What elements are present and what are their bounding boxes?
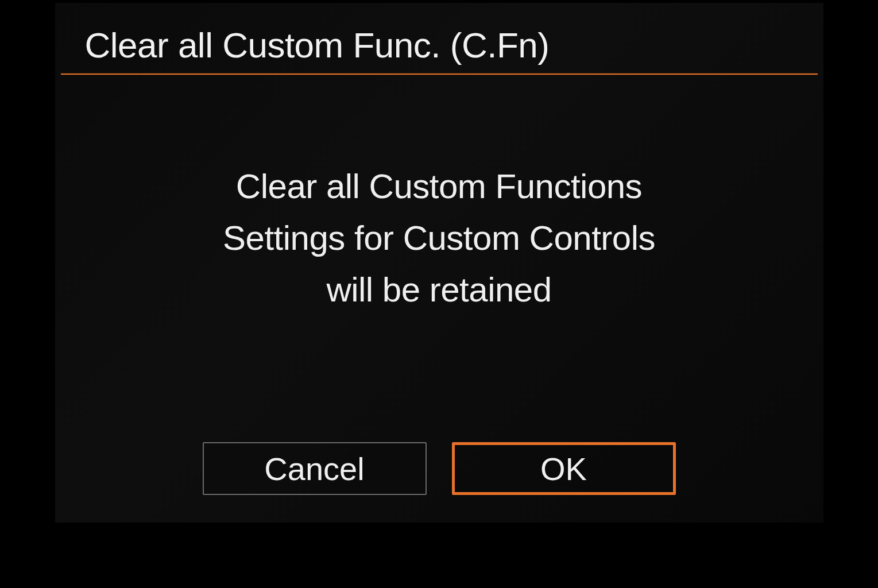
button-row: Cancel OK [55, 442, 823, 495]
ok-button-label: OK [540, 450, 587, 488]
dialog-header: Clear all Custom Func. (C.Fn) [55, 3, 823, 74]
dialog-title: Clear all Custom Func. (C.Fn) [85, 25, 794, 65]
cancel-button-label: Cancel [264, 450, 364, 488]
ok-button[interactable]: OK [452, 442, 676, 495]
cancel-button[interactable]: Cancel [203, 442, 427, 495]
message-line-3: will be retained [55, 264, 823, 316]
message-line-2: Settings for Custom Controls [55, 212, 823, 264]
message-line-1: Clear all Custom Functions [55, 161, 823, 212]
dialog-message: Clear all Custom Functions Settings for … [55, 75, 823, 316]
dialog-screen: Clear all Custom Func. (C.Fn) Clear all … [55, 3, 823, 523]
